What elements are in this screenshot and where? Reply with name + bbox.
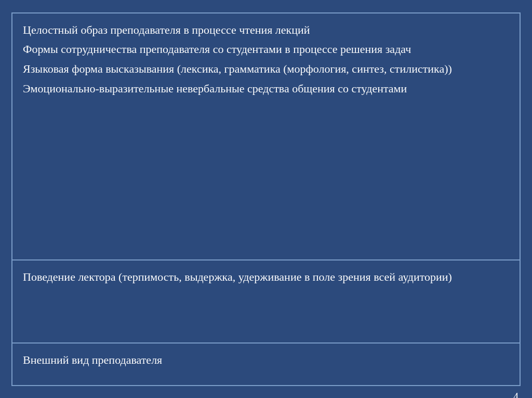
cell-bottom-text: Внешний вид преподавателя [23,352,509,368]
cell-top: Целостный образ преподавателя в процессе… [12,13,520,260]
line-4: Эмоционально-выразительные невербальные … [23,80,509,97]
cell-bottom: Внешний вид преподавателя [12,344,520,385]
cell-middle-text: Поведение лектора (терпимость, выдержка,… [23,269,509,285]
line-1: Целостный образ преподавателя в процессе… [23,22,509,38]
cell-top-text: Целостный образ преподавателя в процессе… [23,22,509,98]
line-2: Формы сотрудничества преподавателя со ст… [23,41,509,58]
slide-container: Целостный образ преподавателя в процессе… [11,12,521,386]
page-number: 4 [513,391,518,399]
line-3: Языковая форма высказывания (лексика, гр… [23,61,509,77]
table-wrapper: Целостный образ преподавателя в процессе… [11,12,521,386]
cell-middle: Поведение лектора (терпимость, выдержка,… [12,260,520,344]
